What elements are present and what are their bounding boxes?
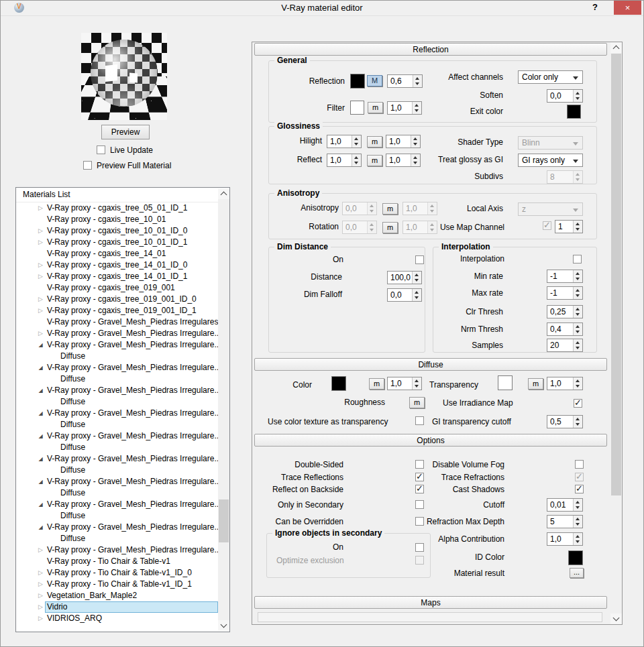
tree-expanded-icon[interactable]: ◢ (36, 522, 45, 533)
tree-collapsed-icon[interactable]: ▷ (36, 305, 45, 316)
material-list-item[interactable]: ◢ V-Ray proxy - Gravel_Mesh_Piedras Irre… (16, 476, 218, 487)
materials-scrollbar[interactable] (218, 188, 229, 631)
material-list-item[interactable]: ◢ V-Ray proxy - Gravel_Mesh_Piedras Irre… (16, 430, 218, 442)
material-result-button[interactable]: ... (570, 568, 584, 578)
material-item-label[interactable]: V-Ray proxy - Tio Chair & Table-v1_ID_1 (45, 579, 218, 590)
roughness-map-button[interactable]: m (409, 397, 425, 408)
spinner-arrows-icon[interactable] (573, 287, 582, 299)
preview-full-material-checkbox[interactable] (83, 161, 92, 170)
material-list-item[interactable]: ▷ V-Ray proxy - cgaxis_tree_10_01_ID_1 (16, 237, 218, 248)
material-item-label[interactable]: V-Ray proxy - cgaxis_tree_019_001_ID_1 (45, 305, 218, 316)
material-list-item[interactable]: Diffuse (16, 442, 218, 453)
material-item-label[interactable]: V-Ray proxy - Gravel_Mesh_Piedras Irregu… (45, 408, 218, 419)
material-item-label[interactable]: V-Ray proxy - cgaxis_tree_14_01 (45, 248, 218, 259)
tree-collapsed-icon[interactable]: ▷ (36, 237, 45, 248)
reflect-map-button[interactable]: m (367, 155, 382, 166)
tree-collapsed-icon[interactable]: ▷ (36, 202, 45, 214)
tree-collapsed-icon[interactable]: ▷ (36, 601, 45, 613)
id-color-swatch[interactable] (568, 550, 583, 565)
material-list-item[interactable]: Diffuse (16, 419, 218, 430)
diffuse-color-map-button[interactable]: m (369, 378, 384, 390)
material-list-item[interactable]: ▷ VIDRIOS_ARQ (16, 613, 218, 624)
material-list-item[interactable]: Diffuse (16, 487, 218, 499)
samples-spinner[interactable]: 20 (547, 339, 583, 352)
filter-map-button[interactable]: m (368, 102, 383, 113)
material-list-item[interactable]: Diffuse (16, 351, 218, 362)
scrollbar-thumb[interactable] (219, 499, 229, 542)
preview-button[interactable]: Preview (101, 125, 150, 139)
tree-expanded-icon[interactable]: ◢ (36, 362, 45, 373)
scroll-up-button[interactable] (610, 42, 622, 53)
hilight-mult-spinner[interactable]: 1,0 (386, 135, 421, 148)
material-item-label[interactable]: V-Ray proxy - Gravel_Mesh_Piedras Irregu… (45, 339, 218, 351)
dim-falloff-spinner[interactable]: 0,0 (387, 288, 422, 302)
material-item-label[interactable]: V-Ray proxy - Gravel_Mesh_Piedras Irregu… (45, 385, 218, 396)
material-list-item[interactable]: ◢ V-Ray proxy - Gravel_Mesh_Piedras Irre… (16, 408, 218, 419)
material-item-label[interactable]: V-Ray proxy - Tio Chair & Table-v1_ID_0 (45, 567, 218, 579)
material-item-label[interactable]: Diffuse (45, 510, 218, 522)
spinner-arrows-icon[interactable] (573, 499, 582, 511)
alpha-contribution-spinner[interactable]: 1,0 (547, 532, 583, 546)
diffuse-section-header[interactable]: Diffuse (254, 358, 607, 371)
transparency-mult-spinner[interactable]: 1,0 (547, 377, 583, 390)
material-list-item[interactable]: ▷ Vidrio (16, 601, 218, 613)
material-list-item[interactable]: ◢ V-Ray proxy - Gravel_Mesh_Piedras Irre… (16, 339, 218, 351)
reflection-amount-spinner[interactable]: 0,6 (387, 74, 423, 88)
spinner-arrows-icon[interactable] (573, 377, 582, 390)
material-list-item[interactable]: Diffuse (16, 396, 218, 408)
material-list-item[interactable]: ▷ V-Ray proxy - cgaxis_tree_14_01_ID_1 (16, 271, 218, 282)
tree-collapsed-icon[interactable]: ▷ (36, 259, 45, 271)
transparency-map-button[interactable]: m (528, 378, 543, 390)
material-item-label[interactable]: Diffuse (45, 419, 218, 430)
material-item-label[interactable]: Diffuse (45, 351, 218, 362)
material-item-label[interactable]: Diffuse (45, 442, 218, 453)
material-item-label[interactable]: Diffuse (45, 396, 218, 408)
reflect-mult-spinner[interactable]: 1,0 (386, 154, 421, 167)
anisotropy-map-button[interactable]: m (382, 203, 398, 215)
distance-spinner[interactable]: 100,0 (387, 271, 422, 284)
material-item-label[interactable]: V-Ray proxy - Gravel_Mesh_Piedras Irregu… (45, 362, 218, 373)
tree-expanded-icon[interactable]: ◢ (36, 453, 45, 465)
diffuse-color-swatch[interactable] (331, 376, 346, 391)
material-list-item[interactable]: V-Ray proxy - Tio Chair & Table-v1 (16, 556, 218, 567)
dim-on-checkbox[interactable] (415, 255, 424, 264)
material-item-label[interactable]: V-Ray proxy - Gravel_Mesh_Piedras Irregu… (45, 453, 218, 465)
tree-collapsed-icon[interactable]: ▷ (36, 544, 45, 556)
material-list-item[interactable]: Diffuse (16, 533, 218, 544)
maps-section-header[interactable]: Maps (254, 596, 607, 609)
spinner-arrows-icon[interactable] (411, 135, 420, 148)
material-list-item[interactable]: ▷ V-Ray proxy - Gravel_Mesh_Piedras Irre… (16, 544, 218, 556)
material-item-label[interactable]: V-Ray proxy - cgaxis_tree_019_001_ID_0 (45, 294, 218, 305)
cutoff-spinner[interactable]: 0,01 (547, 498, 583, 512)
material-list-item[interactable]: V-Ray proxy - Gravel_Mesh_Piedras Irregu… (16, 316, 218, 328)
material-item-label[interactable]: V-Ray proxy - Gravel_Mesh_Piedras Irregu… (45, 328, 218, 339)
spinner-arrows-icon[interactable] (573, 533, 582, 545)
material-list-item[interactable]: ▷ V-Ray proxy - cgaxis_tree_10_01_ID_0 (16, 225, 218, 237)
tree-expanded-icon[interactable]: ◢ (36, 499, 45, 510)
use-color-texture-checkbox[interactable] (415, 416, 424, 425)
material-item-label[interactable]: V-Ray proxy - Gravel_Mesh_Piedras Irregu… (45, 522, 218, 533)
tree-collapsed-icon[interactable]: ▷ (36, 294, 45, 305)
min-rate-spinner[interactable]: -1 (547, 270, 583, 283)
material-item-label[interactable]: VIDRIOS_ARQ (45, 613, 218, 624)
refraction-max-depth-spinner[interactable]: 5 (547, 515, 583, 528)
material-list-item[interactable]: Diffuse (16, 373, 218, 385)
parameters-scrollbar[interactable] (610, 42, 622, 624)
tree-expanded-icon[interactable]: ◢ (36, 430, 45, 442)
use-irradiance-checkbox[interactable] (574, 399, 582, 408)
tree-collapsed-icon[interactable]: ▷ (36, 328, 45, 339)
treat-glossy-dropdown[interactable]: GI rays only (518, 154, 583, 167)
material-item-label[interactable]: V-Ray proxy - Gravel_Mesh_Piedras Irregu… (45, 430, 218, 442)
material-item-label[interactable]: V-Ray proxy - cgaxis_tree_05_01_ID_1 (45, 202, 218, 214)
tree-expanded-icon[interactable]: ◢ (36, 476, 45, 487)
material-item-label[interactable]: Diffuse (45, 465, 218, 476)
material-list-item[interactable]: ▷ V-Ray proxy - cgaxis_tree_05_01_ID_1 (16, 202, 218, 214)
options-section-header[interactable]: Options (254, 434, 607, 447)
material-item-label[interactable]: Vegetation_Bark_Maple2 (45, 590, 218, 601)
spinner-arrows-icon[interactable] (573, 221, 582, 233)
spinner-arrows-icon[interactable] (411, 154, 420, 166)
tree-expanded-icon[interactable]: ◢ (36, 385, 45, 396)
interpolation-checkbox[interactable] (573, 255, 582, 263)
nrm-thresh-spinner[interactable]: 0,4 (547, 322, 583, 336)
material-list-item[interactable]: ▷ V-Ray proxy - Tio Chair & Table-v1_ID_… (16, 567, 218, 579)
